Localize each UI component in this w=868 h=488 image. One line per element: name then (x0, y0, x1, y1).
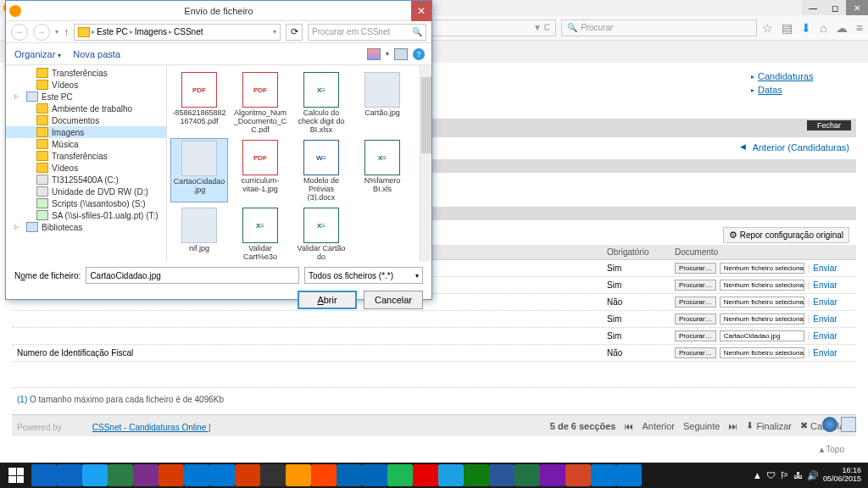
file-item[interactable]: X≡N%famero BI.xls (353, 138, 411, 202)
browse-button[interactable]: Procurar… (675, 297, 716, 308)
taskbar-app[interactable] (515, 464, 540, 486)
anterior-candidaturas-link[interactable]: Anterior (Candidaturas) (753, 142, 849, 152)
cssnet-link[interactable]: CSSnet - Candidaturas Online | (92, 423, 211, 432)
nav-up-button[interactable]: ↑ (64, 26, 69, 38)
open-button[interactable]: Abrir (298, 291, 357, 309)
maximize-button[interactable]: ◻ (824, 0, 846, 15)
globe-icon[interactable] (822, 417, 837, 432)
tray-volume-icon[interactable]: 🔊 (807, 470, 819, 481)
browse-button[interactable]: Procurar… (675, 347, 716, 358)
enviar-link[interactable]: Enviar (813, 297, 837, 307)
filetype-select[interactable]: Todos os ficheiros (*.*)▾ (304, 267, 423, 284)
star-icon[interactable]: ☆ (762, 21, 773, 35)
taskbar-app[interactable] (286, 464, 311, 486)
reset-config-button[interactable]: ⚙ Repor configuração original (723, 227, 849, 243)
chevron-down-icon[interactable]: ▾ (55, 28, 58, 36)
file-item[interactable]: X≡Validar Cartão do (292, 206, 350, 262)
seguinte-button[interactable]: Seguinte (683, 421, 720, 431)
tree-item[interactable]: Vídeos (6, 79, 166, 91)
filename-input[interactable] (86, 267, 299, 284)
taskbar-app[interactable] (489, 464, 515, 486)
crumb-cssnet[interactable]: CSSnet (174, 27, 203, 36)
enviar-link[interactable]: Enviar (813, 280, 837, 290)
taskbar-app[interactable] (57, 464, 82, 486)
taskbar-app[interactable] (438, 464, 464, 486)
enviar-link[interactable]: Enviar (813, 348, 837, 358)
taskbar-app[interactable] (235, 464, 260, 486)
download-icon[interactable]: ⬇ (801, 21, 811, 35)
tray-shield-icon[interactable]: 🛡 (766, 470, 776, 480)
help-icon[interactable]: ? (413, 48, 425, 60)
taskbar-app[interactable] (337, 464, 362, 486)
file-item[interactable]: X≡Calculo do check digit do BI.xlsx (292, 70, 350, 135)
file-item[interactable]: CartaoCidadao.jpg (170, 138, 228, 202)
file-item[interactable]: W≡Modelo de Prévias (3).docx (292, 138, 350, 202)
tree-item[interactable]: SA (\\si-sfiles-01.ualg.pt) (T:) (6, 209, 166, 221)
panel-close-button[interactable]: Fechar (807, 120, 851, 130)
tree-item[interactable]: Unidade de DVD RW (D:) (6, 186, 166, 197)
taskbar-app[interactable] (159, 464, 184, 486)
tree-item[interactable]: Transferências (6, 150, 166, 162)
taskbar-app[interactable] (464, 464, 489, 486)
refresh-button[interactable]: ⟳ (286, 24, 303, 41)
tray-network-icon[interactable]: 🖧 (793, 470, 803, 480)
file-item[interactable]: X≡Validar Cart%e3o (231, 206, 289, 262)
taskbar-app[interactable] (616, 464, 642, 486)
taskbar-app[interactable] (540, 464, 565, 486)
taskbar-app[interactable] (362, 464, 387, 486)
home-icon[interactable]: ⌂ (820, 21, 826, 35)
browse-button[interactable]: Procurar… (675, 280, 716, 291)
start-button[interactable] (2, 464, 31, 486)
file-item[interactable]: Cartão.jpg (353, 70, 411, 135)
dialog-search[interactable]: Procurar em CSSnet 🔍 (308, 24, 426, 41)
taskbar-app[interactable] (565, 464, 591, 486)
list-icon[interactable]: ▤ (782, 21, 793, 35)
back-to-top[interactable]: ▲ Topo (12, 436, 856, 454)
taskbar-app[interactable] (133, 464, 159, 486)
last-button[interactable]: ⏭ (728, 421, 737, 431)
clock[interactable]: 16:16 05/06/2015 (823, 467, 861, 484)
file-item[interactable]: PDF-858621865882167405.pdf (170, 70, 228, 135)
tray-flag-icon[interactable]: 🏳 (780, 470, 789, 480)
sidebar-item[interactable]: ▸Datas (751, 83, 856, 97)
new-folder-button[interactable]: Nova pasta (73, 49, 120, 59)
tree-item[interactable]: ▷Bibliotecas (6, 221, 166, 233)
tree-item[interactable]: Imagens (6, 126, 166, 138)
browse-button[interactable]: Procurar… (675, 313, 716, 324)
folder-tree[interactable]: TransferênciasVídeos▷Este PCAmbiente de … (6, 65, 167, 262)
dialog-close-button[interactable]: ✕ (411, 1, 431, 21)
crumb-imagens[interactable]: Imagens (135, 27, 167, 36)
taskbar-app[interactable] (108, 464, 133, 486)
tree-item[interactable]: Documentos (6, 114, 166, 126)
taskbar-app[interactable] (260, 464, 286, 486)
file-item[interactable]: PDFAlgoritmo_Num_Documento_CC.pdf (231, 70, 289, 135)
enviar-link[interactable]: Enviar (813, 331, 837, 341)
enviar-link[interactable]: Enviar (813, 314, 837, 324)
browse-button[interactable]: Procurar… (675, 263, 716, 274)
cancel-button[interactable]: Cancelar (364, 291, 423, 309)
scrollbar[interactable] (420, 65, 431, 262)
tree-item[interactable]: TI31255400A (C:) (6, 174, 166, 186)
nav-back-button[interactable]: ← (11, 24, 28, 41)
sync-icon[interactable]: ☁ (836, 21, 848, 35)
taskbar-app[interactable] (591, 464, 616, 486)
nav-forward-button[interactable]: → (33, 24, 50, 41)
file-item[interactable]: PDFcurriculum-vitae-1.jpg (231, 138, 289, 202)
finalizar-button[interactable]: ⬇ Finalizar (746, 420, 792, 431)
menu-icon[interactable]: ≡ (856, 21, 863, 35)
tree-item[interactable]: Transferências (6, 67, 166, 79)
taskbar-app[interactable] (82, 464, 108, 486)
enviar-link[interactable]: Enviar (813, 263, 837, 273)
taskbar-app[interactable] (31, 464, 57, 486)
taskbar-app[interactable] (387, 464, 413, 486)
crumb-este-pc[interactable]: Este PC (97, 27, 128, 36)
sidebar-item[interactable]: ▸Candidaturas (751, 69, 856, 83)
tree-item[interactable]: ▷Este PC (6, 91, 166, 103)
taskbar-app[interactable] (413, 464, 438, 486)
minimize-button[interactable]: — (802, 0, 824, 15)
tree-item[interactable]: Música (6, 138, 166, 150)
tree-item[interactable]: Vídeos (6, 162, 166, 174)
window-close-button[interactable]: ✕ (846, 0, 868, 15)
view-icon[interactable] (367, 48, 381, 60)
browser-search[interactable]: 🔍 Procurar (561, 19, 757, 36)
